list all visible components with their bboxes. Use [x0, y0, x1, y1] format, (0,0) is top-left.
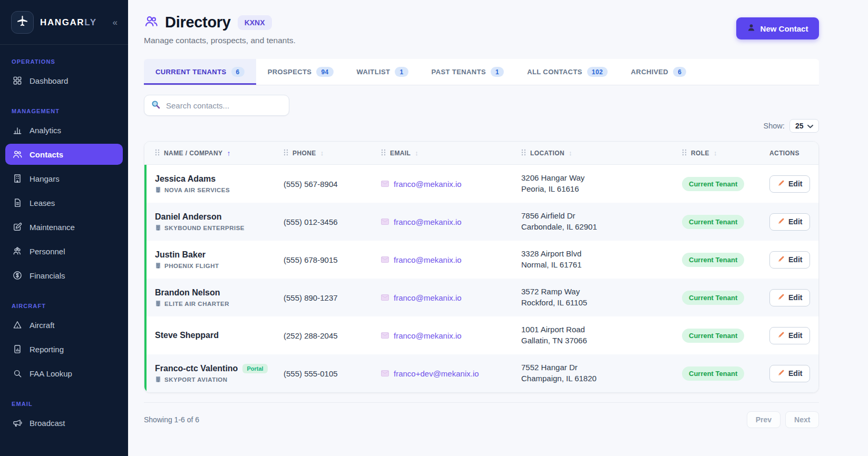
sidebar-item-label: Personnel [30, 247, 65, 256]
contact-email-link[interactable]: franco@mekanix.io [381, 293, 521, 302]
actions-cell: Edit [769, 327, 810, 344]
drag-handle-icon[interactable] [155, 149, 160, 157]
sidebar-item-broadcast[interactable]: Broadcast [5, 412, 123, 433]
sidebar-item-personnel[interactable]: Personnel [5, 241, 123, 262]
sidebar-item-faa-lookup[interactable]: FAA Lookup [5, 363, 123, 384]
contact-name: Justin Baker [155, 250, 284, 260]
drag-handle-icon[interactable] [521, 149, 526, 157]
contact-location: 3572 Ramp WayRockford, IL 61105 [521, 286, 682, 308]
sidebar-section-label: EMAIL [0, 387, 128, 412]
role-cell: Current Tenant [682, 291, 769, 305]
role-badge: Current Tenant [682, 329, 744, 343]
edit-button[interactable]: Edit [769, 365, 810, 382]
contact-name: Steve Sheppard [155, 331, 284, 340]
airport-code-badge: KXNX [238, 15, 272, 30]
sidebar-item-label: Dashboard [30, 76, 68, 85]
contact-email-link[interactable]: franco@mekanix.io [381, 217, 521, 226]
contact-company: PHOENIX FLIGHT [155, 262, 284, 270]
sidebar-item-aircraft[interactable]: Aircraft [5, 314, 123, 335]
edit-button[interactable]: Edit [769, 251, 810, 269]
column-header-location[interactable]: LOCATION↕ [521, 149, 682, 157]
building-icon [155, 262, 161, 270]
contact-name: Daniel Anderson [155, 212, 284, 222]
show-per-page-select[interactable]: 25 [789, 119, 820, 133]
role-cell: Current Tenant [682, 177, 769, 191]
envelope-icon [381, 255, 389, 264]
sidebar-item-analytics[interactable]: Analytics [5, 120, 123, 141]
contact-name: Brandon Nelson [155, 288, 284, 298]
new-contact-button[interactable]: New Contact [736, 17, 820, 39]
envelope-icon [381, 180, 389, 189]
sidebar-section-label: AIRCRAFT [0, 289, 128, 314]
results-summary: Showing 1-6 of 6 [144, 415, 199, 424]
tab-waitlist[interactable]: WAITLIST1 [345, 59, 420, 85]
pencil-icon [777, 331, 785, 340]
search-input[interactable] [165, 101, 282, 111]
pencil-square-icon [12, 222, 23, 232]
contact-phone: (555) 678-9015 [284, 255, 381, 264]
tab-label: CURRENT TENANTS [155, 68, 227, 76]
sidebar-item-maintenance[interactable]: Maintenance [5, 216, 123, 237]
column-label: ACTIONS [769, 150, 799, 157]
drag-handle-icon[interactable] [682, 149, 687, 157]
tab-prospects[interactable]: PROSPECTS94 [256, 59, 345, 85]
sidebar-section-label: OPERATIONS [0, 45, 128, 70]
contact-email-link[interactable]: franco@mekanix.io [381, 255, 521, 264]
tab-past-tenants[interactable]: PAST TENANTS1 [420, 59, 516, 85]
sidebar-item-label: Leases [30, 199, 55, 207]
contact-email-link[interactable]: franco@mekanix.io [381, 180, 521, 189]
sidebar-item-label: Aircraft [30, 321, 55, 330]
sort-icon: ↕ [415, 149, 418, 157]
report-doc-icon [12, 344, 23, 354]
column-label: PHONE [292, 150, 316, 157]
contact-location: 3206 Hangar WayPeoria, IL 61616 [521, 173, 682, 194]
sidebar-item-label: Analytics [30, 126, 61, 135]
column-label: EMAIL [390, 150, 411, 157]
sidebar-item-label: Financials [30, 271, 65, 280]
next-button[interactable]: Next [785, 411, 819, 428]
name-company-cell: Jessica AdamsNOVA AIR SERVICES [155, 174, 284, 194]
tab-archived[interactable]: ARCHIVED6 [619, 59, 698, 85]
sidebar-item-contacts[interactable]: Contacts [5, 144, 123, 165]
contact-location: 7856 Airfield DrCarbondale, IL 62901 [521, 211, 682, 232]
contact-email-link[interactable]: franco@mekanix.io [381, 331, 521, 340]
contact-phone: (555) 555-0105 [284, 369, 381, 378]
contact-name: Jessica Adams [155, 174, 284, 184]
column-header-email[interactable]: EMAIL↕ [381, 149, 521, 157]
pencil-icon [777, 255, 785, 264]
column-header-phone[interactable]: PHONE↕ [284, 149, 381, 157]
tab-label: ALL CONTACTS [527, 68, 582, 76]
building-icon [155, 376, 161, 383]
sidebar-item-label: Contacts [30, 150, 63, 159]
table-row: Steve Sheppard(252) 288-2045franco@mekan… [144, 316, 818, 354]
sidebar-collapse-button[interactable]: « [111, 16, 120, 29]
role-cell: Current Tenant [682, 329, 769, 343]
sidebar-item-dashboard[interactable]: Dashboard [5, 70, 123, 91]
sidebar-item-leases[interactable]: Leases [5, 192, 123, 213]
contact-email-link[interactable]: franco+dev@mekanix.io [381, 369, 521, 378]
edit-button[interactable]: Edit [769, 175, 810, 193]
sidebar-item-financials[interactable]: Financials [5, 265, 123, 286]
tab-current-tenants[interactable]: CURRENT TENANTS6 [144, 59, 256, 85]
sidebar-item-reporting[interactable]: Reporting [5, 339, 123, 360]
contact-company: NOVA AIR SERVICES [155, 186, 284, 194]
tab-all-contacts[interactable]: ALL CONTACTS102 [515, 59, 619, 85]
actions-cell: Edit [769, 289, 810, 306]
edit-button[interactable]: Edit [769, 213, 810, 231]
contact-phone: (252) 288-2045 [284, 331, 381, 340]
main-content: Directory KXNX Manage contacts, prospect… [128, 0, 868, 456]
sidebar: HANGARLY « OPERATIONSDashboardMANAGEMENT… [0, 0, 128, 456]
app-name: HANGARLY [40, 17, 97, 28]
column-header-name-company[interactable]: NAME / COMPANY↑ [155, 149, 284, 157]
tab-count-badge: 1 [395, 67, 408, 77]
search-box [144, 95, 289, 116]
sidebar-item-hangars[interactable]: Hangars [5, 168, 123, 189]
drag-handle-icon[interactable] [381, 149, 386, 157]
edit-button[interactable]: Edit [769, 289, 810, 306]
edit-button[interactable]: Edit [769, 327, 810, 344]
drag-handle-icon[interactable] [284, 149, 288, 157]
envelope-icon [381, 293, 389, 302]
table-row: Jessica AdamsNOVA AIR SERVICES(555) 567-… [144, 165, 818, 203]
prev-button[interactable]: Prev [747, 411, 781, 428]
column-header-role[interactable]: ROLE↕ [682, 149, 769, 157]
